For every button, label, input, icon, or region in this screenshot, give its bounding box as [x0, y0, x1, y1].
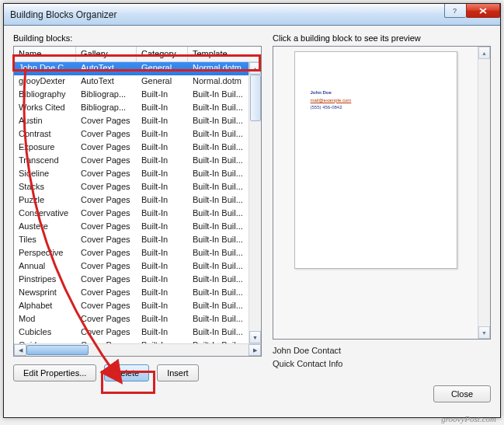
cell-category: Built-In — [137, 234, 188, 247]
cell-category: Built-In — [137, 89, 188, 102]
help-button[interactable]: ? — [444, 4, 466, 18]
cell-category: Built-In — [137, 247, 188, 260]
hscroll-thumb[interactable] — [26, 345, 89, 355]
column-header-row: Name Gallery Category Template — [14, 47, 261, 62]
table-row[interactable]: ExposureCover PagesBuilt-InBuilt-In Buil… — [14, 141, 249, 155]
table-row[interactable]: SidelineCover PagesBuilt-InBuilt-In Buil… — [14, 168, 249, 181]
window-buttons: ? — [444, 4, 500, 19]
column-header-gallery[interactable]: Gallery — [76, 47, 137, 61]
close-button[interactable]: Close — [433, 385, 491, 402]
cell-category: Built-In — [137, 221, 188, 234]
table-row[interactable]: Works CitedBibliograp...Built-InBuilt-In… — [14, 102, 249, 115]
cell-category: Built-In — [137, 273, 188, 287]
cell-name: Stacks — [14, 181, 76, 194]
cell-gallery: AutoText — [76, 62, 137, 75]
table-row[interactable]: TilesCover PagesBuilt-InBuilt-In Buil... — [14, 234, 249, 247]
cell-template: Built-In Buil... — [188, 234, 249, 247]
table-row[interactable]: PerspectiveCover PagesBuilt-InBuilt-In B… — [14, 247, 249, 260]
cell-template: Built-In Buil... — [188, 128, 249, 141]
svg-text:?: ? — [453, 7, 457, 15]
cell-gallery: Cover Pages — [76, 260, 137, 273]
cell-category: Built-In — [137, 260, 188, 273]
cell-category: Built-In — [137, 300, 188, 313]
cell-template: Built-In Buil... — [188, 247, 249, 260]
table-row[interactable]: AustinCover PagesBuilt-InBuilt-In Buil..… — [14, 115, 249, 128]
table-row[interactable]: ContrastCover PagesBuilt-InBuilt-In Buil… — [14, 128, 249, 141]
table-row[interactable]: TranscendCover PagesBuilt-InBuilt-In Bui… — [14, 155, 249, 168]
cell-name: Works Cited — [14, 102, 76, 115]
cell-gallery: Cover Pages — [76, 247, 137, 260]
cell-template: Built-In Buil... — [188, 313, 249, 326]
cell-gallery: Cover Pages — [76, 234, 137, 247]
cell-category: Built-In — [137, 128, 188, 141]
column-header-category[interactable]: Category — [137, 47, 188, 61]
window-close-button[interactable] — [466, 4, 500, 18]
table-row[interactable]: ConservativeCover PagesBuilt-InBuilt-In … — [14, 207, 249, 221]
preview-name-line: John Doe — [311, 89, 441, 97]
table-row[interactable]: AlphabetCover PagesBuilt-InBuilt-In Buil… — [14, 300, 249, 313]
cell-template: Built-In Buil... — [188, 273, 249, 287]
table-row[interactable]: NewsprintCover PagesBuilt-InBuilt-In Bui… — [14, 287, 249, 300]
cell-name: grooyDexter — [14, 75, 76, 89]
table-row[interactable]: CubiclesCover PagesBuilt-InBuilt-In Buil… — [14, 326, 249, 340]
scroll-thumb[interactable] — [250, 75, 261, 121]
table-row[interactable]: StacksCover PagesBuilt-InBuilt-In Buil..… — [14, 181, 249, 194]
scroll-down-button[interactable]: ▼ — [249, 331, 261, 343]
insert-button[interactable]: Insert — [157, 364, 199, 381]
preview-scroll-up[interactable]: ▲ — [478, 47, 490, 59]
preview-scrollbar[interactable]: ▲ ▼ — [478, 47, 490, 339]
preview-info: John Doe Contact Quick Contact Info — [273, 344, 491, 370]
cell-gallery: Cover Pages — [76, 115, 137, 128]
bottom-button-row: Edit Properties... Delete Insert — [13, 364, 262, 381]
table-row[interactable]: grooyDexterAutoTextGeneralNormal.dotm — [14, 75, 249, 89]
column-header-template[interactable]: Template — [188, 47, 261, 61]
edit-properties-button[interactable]: Edit Properties... — [13, 364, 96, 381]
cell-name: Exposure — [14, 141, 76, 155]
scroll-left-button[interactable]: ◀ — [14, 344, 26, 356]
cell-template: Built-In Buil... — [188, 194, 249, 207]
table-row[interactable]: PuzzleCover PagesBuilt-InBuilt-In Buil..… — [14, 194, 249, 207]
preview-scroll-down[interactable]: ▼ — [478, 326, 490, 339]
building-blocks-label: Building blocks: — [13, 33, 262, 43]
table-row[interactable]: ModCover PagesBuilt-InBuilt-In Buil... — [14, 313, 249, 326]
titlebar[interactable]: Building Blocks Organizer ? — [4, 4, 500, 26]
table-row[interactable]: PinstripesCover PagesBuilt-InBuilt-In Bu… — [14, 273, 249, 287]
right-pane: Click a building block to see its previe… — [273, 33, 491, 411]
scroll-right-button[interactable]: ▶ — [249, 344, 261, 356]
building-blocks-list: Name Gallery Category Template John Doe … — [13, 46, 262, 357]
table-row[interactable]: AustereCover PagesBuilt-InBuilt-In Buil.… — [14, 221, 249, 234]
table-row[interactable]: BibliographyBibliograp...Built-InBuilt-I… — [14, 89, 249, 102]
cell-gallery: Cover Pages — [76, 141, 137, 155]
table-row[interactable]: John Doe C...AutoTextGeneralNormal.dotm — [14, 62, 249, 75]
dialog-window: Building Blocks Organizer ? Building blo… — [3, 3, 501, 418]
cell-name: John Doe C... — [14, 62, 76, 75]
cell-template: Built-In Buil... — [188, 207, 249, 221]
vertical-scrollbar[interactable]: ▲ ▼ — [249, 62, 261, 343]
rows-container: John Doe C...AutoTextGeneralNormal.dotmg… — [14, 62, 249, 343]
hscroll-track[interactable] — [26, 344, 249, 356]
column-header-name[interactable]: Name — [14, 47, 76, 61]
cell-gallery: Cover Pages — [76, 221, 137, 234]
cell-template: Built-In Buil... — [188, 260, 249, 273]
cell-category: Built-In — [137, 287, 188, 300]
rows-viewport: John Doe C...AutoTextGeneralNormal.dotmg… — [14, 62, 261, 343]
cell-template: Built-In Buil... — [188, 115, 249, 128]
cell-category: General — [137, 62, 188, 75]
cell-name: Tiles — [14, 234, 76, 247]
cell-name: Austin — [14, 115, 76, 128]
cell-category: Built-In — [137, 207, 188, 221]
cell-template: Built-In Buil... — [188, 89, 249, 102]
preview-page: John Doe mail@example.com (555) 456-0842 — [294, 51, 457, 269]
delete-button[interactable]: Delete — [104, 364, 149, 381]
cell-template: Built-In Buil... — [188, 155, 249, 168]
cell-category: Built-In — [137, 194, 188, 207]
cell-gallery: Bibliograp... — [76, 89, 137, 102]
window-title: Building Blocks Organizer — [10, 9, 116, 20]
cell-template: Built-In Buil... — [188, 221, 249, 234]
cell-name: Mod — [14, 313, 76, 326]
cell-category: Built-In — [137, 141, 188, 155]
table-row[interactable]: AnnualCover PagesBuilt-InBuilt-In Buil..… — [14, 260, 249, 273]
horizontal-scrollbar[interactable]: ◀ ▶ — [14, 343, 261, 356]
cell-name: Cubicles — [14, 326, 76, 340]
scroll-up-button[interactable]: ▲ — [249, 62, 261, 75]
